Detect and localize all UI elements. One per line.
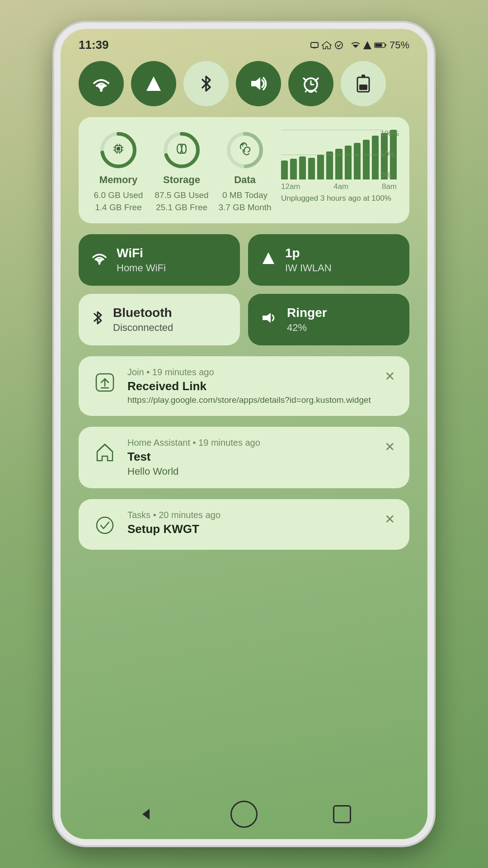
ha-notif-title: Test	[127, 450, 374, 464]
toggle-wifi[interactable]	[79, 61, 124, 106]
ringer-control-tile[interactable]: Ringer 42%	[248, 294, 409, 345]
tasks-notif-header: Tasks • 20 minutes ago	[127, 510, 374, 520]
svg-point-35	[99, 263, 101, 265]
join-icon	[91, 369, 118, 396]
sound-icon	[249, 75, 268, 93]
svg-marker-10	[146, 76, 161, 91]
chart-x-labels: 12am 4am 8am	[281, 182, 397, 191]
bluetooth-control-tile[interactable]: Bluetooth Disconnected	[79, 294, 240, 345]
svg-point-2	[335, 42, 343, 49]
svg-point-9	[100, 89, 103, 92]
phone-frame: 11:39	[54, 23, 434, 845]
data-ring	[225, 130, 265, 170]
toggle-bluetooth[interactable]	[183, 61, 229, 106]
tasks-notification: Tasks • 20 minutes ago Setup KWGT ✕	[79, 499, 409, 550]
signal-tile-subtitle: IW IWLAN	[285, 262, 332, 274]
join-notif-title: Received Link	[127, 379, 374, 393]
wifi-tile-info: WiFi Home WiFi	[117, 246, 166, 274]
bluetooth-tile-icon	[91, 309, 104, 331]
data-stat: Data 0 MB Today3.7 GB Month	[218, 130, 272, 213]
navigation-bar	[61, 794, 427, 839]
data-icon	[238, 143, 252, 157]
signal-icon	[145, 75, 163, 93]
ha-notif-content: Home Assistant • 19 minutes ago Test Hel…	[127, 438, 374, 477]
storage-icon	[176, 143, 188, 157]
join-notification: Join • 19 minutes ago Received Link http…	[79, 356, 409, 416]
chart-bar	[281, 160, 288, 179]
svg-rect-1	[313, 47, 316, 48]
wifi-status-icon	[351, 42, 361, 49]
memory-label: Memory	[99, 174, 137, 186]
back-button[interactable]	[132, 801, 160, 828]
memory-value: 6.0 GB Used1.4 GB Free	[94, 189, 143, 213]
signal-tile-info: 1p IW IWLAN	[285, 246, 332, 274]
signal-tile-title: 1p	[285, 246, 332, 260]
chart-bar	[299, 156, 306, 179]
wifi-tile-title: WiFi	[117, 246, 166, 260]
tasks-icon	[91, 512, 118, 539]
storage-value: 87.5 GB Used25.1 GB Free	[155, 189, 208, 213]
memory-ring	[98, 130, 139, 170]
chart-unplugged-text: Unplugged 3 hours ago at 100%	[281, 194, 397, 203]
data-label: Data	[234, 174, 256, 186]
signal-tile-icon	[261, 250, 276, 270]
ha-notif-header: Home Assistant • 19 minutes ago	[127, 438, 374, 448]
ha-icon	[91, 439, 118, 467]
tasks-notif-title: Setup KWGT	[127, 522, 374, 536]
wifi-control-tile[interactable]: WiFi Home WiFi	[79, 234, 240, 286]
svg-point-30	[177, 144, 182, 153]
battery-toggle-icon	[356, 74, 371, 94]
svg-rect-19	[117, 147, 120, 151]
join-notif-close[interactable]: ✕	[383, 367, 397, 386]
storage-label: Storage	[163, 174, 200, 186]
bluetooth-tile-title: Bluetooth	[113, 306, 173, 320]
check-circle-icon	[334, 41, 343, 50]
control-grid: WiFi Home WiFi 1p IW IWLAN	[79, 234, 409, 345]
chart-bar	[326, 151, 333, 179]
toggle-row	[79, 61, 409, 106]
stats-card: Memory 6.0 GB Used1.4 GB Free	[79, 117, 409, 223]
svg-marker-11	[251, 77, 260, 90]
toggle-sound[interactable]	[236, 61, 281, 106]
wifi-tile-icon	[91, 250, 108, 269]
svg-marker-37	[263, 313, 271, 323]
ringer-tile-info: Ringer 42%	[287, 306, 327, 334]
home-cast-icon	[322, 41, 332, 49]
svg-rect-15	[359, 85, 367, 90]
status-time: 11:39	[79, 38, 109, 52]
ha-notification: Home Assistant • 19 minutes ago Test Hel…	[79, 427, 409, 488]
chart-bars: 100% 50% 0%	[281, 130, 397, 179]
toggle-battery[interactable]	[341, 61, 386, 106]
chart-bar	[308, 158, 315, 179]
tasks-notif-close[interactable]: ✕	[383, 510, 397, 528]
svg-rect-0	[311, 42, 318, 47]
battery-icon	[374, 42, 387, 49]
svg-rect-6	[385, 44, 386, 46]
home-button[interactable]	[230, 801, 258, 828]
chart-bar	[354, 143, 361, 179]
ringer-tile-title: Ringer	[287, 306, 327, 320]
memory-stat: Memory 6.0 GB Used1.4 GB Free	[91, 130, 145, 213]
ringer-tile-subtitle: 42%	[287, 322, 327, 334]
chart-bar	[335, 149, 342, 179]
toggle-signal[interactable]	[131, 61, 176, 106]
ha-notif-body: Hello World	[127, 466, 374, 477]
toggle-alarm[interactable]	[288, 61, 333, 106]
ha-notif-close[interactable]: ✕	[383, 438, 397, 456]
join-notif-header: Join • 19 minutes ago	[127, 367, 374, 377]
chart-bar	[372, 136, 379, 179]
battery-chart: 100% 50% 0% 12am 4am 8am Unplugged 3 hou…	[281, 130, 397, 203]
bluetooth-tile-info: Bluetooth Disconnected	[113, 306, 173, 334]
signal-control-tile[interactable]: 1p IW IWLAN	[248, 234, 409, 286]
bluetooth-tile-subtitle: Disconnected	[113, 322, 173, 334]
alarm-icon	[301, 74, 321, 94]
wifi-icon	[91, 75, 111, 92]
svg-rect-14	[361, 75, 365, 77]
recent-button[interactable]	[328, 801, 356, 828]
main-content: Memory 6.0 GB Used1.4 GB Free	[61, 57, 427, 559]
ringer-tile-icon	[261, 310, 278, 330]
wifi-tile-subtitle: Home WiFi	[117, 262, 166, 274]
svg-point-39	[97, 517, 113, 533]
signal-status-icon	[363, 41, 371, 49]
data-value: 0 MB Today3.7 GB Month	[218, 189, 271, 213]
